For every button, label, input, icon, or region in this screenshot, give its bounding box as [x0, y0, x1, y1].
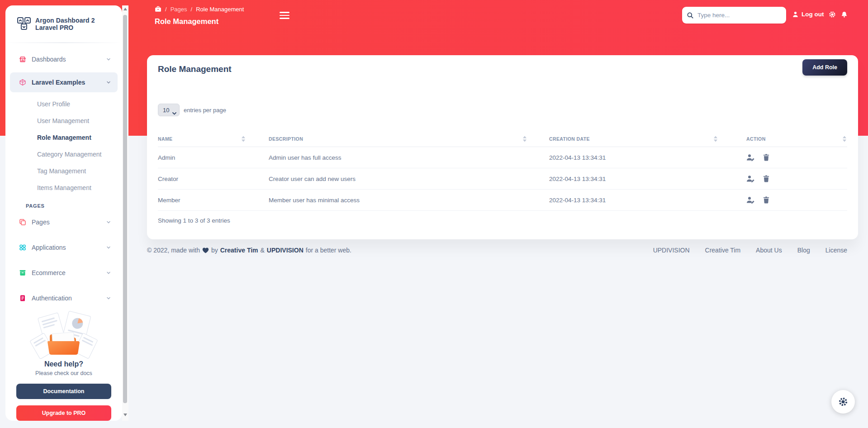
sidebar-divider	[5, 43, 122, 43]
edit-user-icon[interactable]	[746, 196, 755, 204]
docs-illustration	[30, 309, 98, 359]
footer-link-blog[interactable]: Blog	[797, 247, 810, 254]
sidebar-item-label: Ecommerce	[32, 269, 66, 276]
shop-icon	[16, 56, 29, 63]
breadcrumb-separator: /	[191, 6, 193, 13]
hamburger-icon[interactable]	[280, 12, 289, 19]
chevron-down-icon	[106, 296, 111, 300]
breadcrumb-pages[interactable]: Pages	[171, 6, 187, 13]
role-description: Admin user has full access	[269, 154, 549, 161]
column-header-description[interactable]: DESCRIPTION	[269, 136, 549, 142]
laravel-examples-submenu: User Profile User Management Role Manage…	[5, 95, 122, 196]
breadcrumb-separator: /	[165, 6, 167, 13]
gear-icon[interactable]	[829, 11, 836, 18]
trash-icon[interactable]	[763, 196, 769, 204]
sort-icon[interactable]	[242, 136, 245, 142]
trash-icon[interactable]	[763, 154, 769, 161]
gear-icon	[838, 397, 848, 407]
argon-logo-icon	[16, 15, 32, 33]
entries-per-page: 10 entries per page	[158, 104, 226, 116]
footer-link-license[interactable]: License	[825, 247, 847, 254]
card-title: Role Management	[158, 64, 232, 74]
logout-button[interactable]: Log out	[792, 11, 824, 18]
sidebar-item-label: Laravel Examples	[32, 79, 85, 86]
sidebar-item-applications[interactable]: Applications	[10, 238, 118, 257]
documentation-button[interactable]: Documentation	[16, 384, 111, 399]
brand-title: Argon Dashboard 2 Laravel PRO	[35, 17, 114, 31]
sidebar-subitem-category-management[interactable]: Category Management	[5, 146, 122, 162]
role-created: 2022-04-13 13:34:31	[549, 176, 746, 182]
sort-icon[interactable]	[714, 136, 717, 142]
footer-link-creative-tim[interactable]: Creative Tim	[705, 247, 741, 254]
scroll-down-arrow[interactable]	[123, 414, 127, 416]
showing-entries-text: Showing 1 to 3 of 3 entries	[158, 217, 847, 224]
search-icon	[687, 12, 694, 19]
help-title: Need help?	[16, 360, 111, 368]
sidebar-subitem-items-management[interactable]: Items Management	[5, 179, 122, 196]
breadcrumb-current: Role Management	[196, 6, 244, 13]
sidebar-scrollbar[interactable]	[122, 5, 128, 421]
sidebar-item-laravel-examples[interactable]: Laravel Examples	[10, 72, 118, 92]
home-icon[interactable]	[155, 6, 161, 13]
table-row: Creator Creator user can add new users 2…	[158, 168, 847, 190]
help-box: Need help? Please check our docs Documen…	[5, 309, 122, 421]
apps-icon	[16, 244, 29, 251]
sidebar-subitem-user-management[interactable]: User Management	[5, 112, 122, 129]
sidebar-subitem-user-profile[interactable]: User Profile	[5, 95, 122, 112]
sidebar-section-pages: PAGES	[26, 203, 122, 209]
role-name: Admin	[158, 154, 269, 161]
sidebar-scrollbar-thumb[interactable]	[123, 15, 127, 403]
top-navbar: / Pages / Role Management Role Managemen…	[134, 0, 868, 30]
table-row: Member Member user has minimal access 20…	[158, 190, 847, 211]
creative-tim-link[interactable]: Creative Tim	[220, 247, 258, 254]
sidebar-item-pages[interactable]: Pages	[10, 212, 118, 232]
role-management-card: Role Management Add Role 10 entries per …	[147, 55, 858, 239]
scroll-up-arrow[interactable]	[123, 8, 127, 10]
sidebar-subitem-role-management[interactable]: Role Management	[5, 129, 122, 146]
sort-icon[interactable]	[843, 136, 846, 142]
help-subtitle: Please check our docs	[16, 370, 111, 376]
copy-icon	[16, 219, 29, 226]
updivision-link[interactable]: UPDIVISION	[267, 247, 304, 254]
sort-icon[interactable]	[523, 136, 526, 142]
sidebar-item-label: Authentication	[32, 295, 72, 302]
document-icon	[16, 295, 29, 302]
upgrade-pro-button[interactable]: Upgrade to PRO	[16, 405, 111, 421]
sidebar-item-label: Applications	[32, 244, 66, 251]
role-created: 2022-04-13 13:34:31	[549, 197, 746, 204]
edit-user-icon[interactable]	[746, 175, 755, 182]
table-row: Admin Admin user has full access 2022-04…	[158, 147, 847, 168]
brand[interactable]: Argon Dashboard 2 Laravel PRO	[5, 5, 122, 41]
chevron-down-icon	[106, 80, 111, 85]
chevron-down-icon	[106, 245, 111, 250]
role-description: Creator user can add new users	[269, 176, 549, 182]
footer-link-about-us[interactable]: About Us	[756, 247, 782, 254]
search-input[interactable]	[697, 12, 782, 19]
footer: © 2022, made with by Creative Tim & UPDI…	[147, 247, 847, 254]
user-icon	[792, 11, 798, 18]
column-header-action[interactable]: ACTION	[746, 136, 847, 142]
entries-label: entries per page	[184, 107, 226, 114]
footer-link-updivision[interactable]: UPDIVISION	[653, 247, 690, 254]
sidebar-item-ecommerce[interactable]: Ecommerce	[10, 263, 118, 283]
add-role-button[interactable]: Add Role	[802, 59, 847, 76]
sidebar-subitem-tag-management[interactable]: Tag Management	[5, 162, 122, 179]
chevron-down-icon	[106, 271, 111, 275]
footer-copyright: © 2022, made with by Creative Tim & UPDI…	[147, 247, 351, 254]
sidebar: Argon Dashboard 2 Laravel PRO Dashboards…	[5, 5, 122, 421]
bell-icon[interactable]	[841, 11, 848, 18]
logout-label: Log out	[802, 11, 824, 18]
box-icon	[16, 269, 29, 276]
role-created: 2022-04-13 13:34:31	[549, 154, 746, 161]
settings-fab[interactable]	[831, 390, 855, 414]
sidebar-item-authentication[interactable]: Authentication	[10, 288, 118, 308]
sidebar-item-dashboards[interactable]: Dashboards	[10, 49, 118, 69]
column-header-name[interactable]: NAME	[158, 136, 269, 142]
entries-select[interactable]: 10	[158, 104, 180, 116]
role-name: Member	[158, 197, 269, 204]
edit-user-icon[interactable]	[746, 154, 755, 161]
column-header-creation-date[interactable]: CREATION DATE	[549, 136, 746, 142]
trash-icon[interactable]	[763, 175, 769, 182]
chevron-down-icon	[106, 57, 111, 62]
sidebar-item-label: Dashboards	[32, 56, 66, 63]
